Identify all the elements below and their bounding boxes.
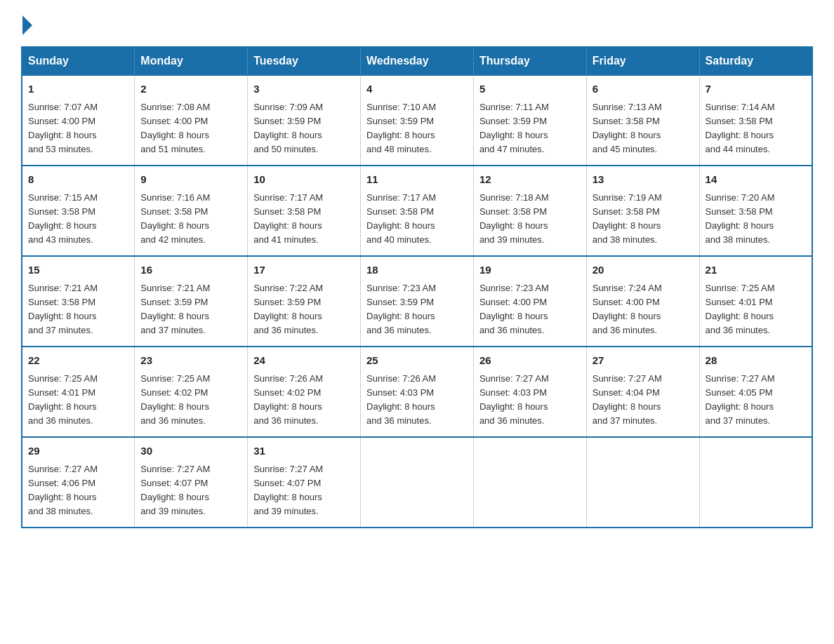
day-number: 19 xyxy=(479,262,581,279)
day-number: 27 xyxy=(593,353,694,369)
calendar-day-cell: 7 Sunrise: 7:14 AMSunset: 3:58 PMDayligh… xyxy=(699,75,812,166)
calendar-day-cell: 31 Sunrise: 7:27 AMSunset: 4:07 PMDaylig… xyxy=(248,437,361,528)
day-number: 22 xyxy=(28,353,128,369)
day-number: 15 xyxy=(28,262,128,279)
day-info: Sunrise: 7:27 AMSunset: 4:07 PMDaylight:… xyxy=(140,464,210,516)
calendar-day-cell xyxy=(473,437,586,528)
calendar-day-cell: 10 Sunrise: 7:17 AMSunset: 3:58 PMDaylig… xyxy=(248,166,361,256)
calendar-day-cell: 5 Sunrise: 7:11 AMSunset: 3:59 PMDayligh… xyxy=(473,75,586,166)
day-info: Sunrise: 7:08 AMSunset: 4:00 PMDaylight:… xyxy=(140,102,210,154)
day-info: Sunrise: 7:25 AMSunset: 4:02 PMDaylight:… xyxy=(140,373,210,426)
day-info: Sunrise: 7:27 AMSunset: 4:04 PMDaylight:… xyxy=(593,373,662,426)
day-number: 9 xyxy=(140,172,241,188)
day-info: Sunrise: 7:13 AMSunset: 3:58 PMDaylight:… xyxy=(593,102,662,154)
day-info: Sunrise: 7:23 AMSunset: 3:59 PMDaylight:… xyxy=(366,283,436,335)
calendar-week-row: 22 Sunrise: 7:25 AMSunset: 4:01 PMDaylig… xyxy=(22,347,812,437)
calendar-day-cell: 19 Sunrise: 7:23 AMSunset: 4:00 PMDaylig… xyxy=(473,256,586,347)
weekday-header: Tuesday xyxy=(248,47,361,75)
calendar-week-row: 29 Sunrise: 7:27 AMSunset: 4:06 PMDaylig… xyxy=(22,437,812,528)
calendar-day-cell: 17 Sunrise: 7:22 AMSunset: 3:59 PMDaylig… xyxy=(248,256,361,347)
calendar-day-cell: 13 Sunrise: 7:19 AMSunset: 3:58 PMDaylig… xyxy=(586,166,699,256)
day-number: 11 xyxy=(366,172,468,188)
day-info: Sunrise: 7:25 AMSunset: 4:01 PMDaylight:… xyxy=(706,283,775,335)
weekday-header: Friday xyxy=(586,47,699,75)
calendar-day-cell: 1 Sunrise: 7:07 AMSunset: 4:00 PMDayligh… xyxy=(22,75,135,166)
calendar-day-cell: 29 Sunrise: 7:27 AMSunset: 4:06 PMDaylig… xyxy=(22,437,135,528)
day-number: 7 xyxy=(706,81,806,98)
day-info: Sunrise: 7:27 AMSunset: 4:07 PMDaylight:… xyxy=(253,464,323,516)
day-info: Sunrise: 7:18 AMSunset: 3:58 PMDaylight:… xyxy=(479,192,549,245)
calendar-day-cell: 16 Sunrise: 7:21 AMSunset: 3:59 PMDaylig… xyxy=(135,256,248,347)
weekday-header: Sunday xyxy=(22,47,135,75)
day-number: 16 xyxy=(140,262,241,279)
day-info: Sunrise: 7:09 AMSunset: 3:59 PMDaylight:… xyxy=(253,102,323,154)
calendar-day-cell: 4 Sunrise: 7:10 AMSunset: 3:59 PMDayligh… xyxy=(361,75,474,166)
day-info: Sunrise: 7:07 AMSunset: 4:00 PMDaylight:… xyxy=(28,102,98,154)
logo-arrow-icon xyxy=(22,15,32,35)
calendar-day-cell: 24 Sunrise: 7:26 AMSunset: 4:02 PMDaylig… xyxy=(248,347,361,437)
day-info: Sunrise: 7:21 AMSunset: 3:59 PMDaylight:… xyxy=(140,283,210,335)
day-number: 18 xyxy=(366,262,468,279)
day-number: 2 xyxy=(140,81,241,98)
day-info: Sunrise: 7:14 AMSunset: 3:58 PMDaylight:… xyxy=(706,102,775,154)
day-info: Sunrise: 7:16 AMSunset: 3:58 PMDaylight:… xyxy=(140,192,210,245)
calendar-day-cell: 27 Sunrise: 7:27 AMSunset: 4:04 PMDaylig… xyxy=(586,347,699,437)
day-info: Sunrise: 7:27 AMSunset: 4:05 PMDaylight:… xyxy=(706,373,775,426)
weekday-header: Thursday xyxy=(473,47,586,75)
calendar-day-cell: 28 Sunrise: 7:27 AMSunset: 4:05 PMDaylig… xyxy=(699,347,812,437)
day-number: 4 xyxy=(366,81,468,98)
calendar-week-row: 8 Sunrise: 7:15 AMSunset: 3:58 PMDayligh… xyxy=(22,166,812,256)
day-info: Sunrise: 7:15 AMSunset: 3:58 PMDaylight:… xyxy=(28,192,98,245)
calendar-day-cell xyxy=(699,437,812,528)
calendar-day-cell: 14 Sunrise: 7:20 AMSunset: 3:58 PMDaylig… xyxy=(699,166,812,256)
weekday-header: Monday xyxy=(135,47,248,75)
weekday-header: Saturday xyxy=(699,47,812,75)
calendar-day-cell: 23 Sunrise: 7:25 AMSunset: 4:02 PMDaylig… xyxy=(135,347,248,437)
day-info: Sunrise: 7:20 AMSunset: 3:58 PMDaylight:… xyxy=(706,192,775,245)
day-info: Sunrise: 7:17 AMSunset: 3:58 PMDaylight:… xyxy=(253,192,323,245)
day-info: Sunrise: 7:11 AMSunset: 3:59 PMDaylight:… xyxy=(479,102,549,154)
day-number: 20 xyxy=(593,262,694,279)
calendar-table: SundayMondayTuesdayWednesdayThursdayFrid… xyxy=(21,46,813,528)
calendar-day-cell: 15 Sunrise: 7:21 AMSunset: 3:58 PMDaylig… xyxy=(22,256,135,347)
day-number: 5 xyxy=(479,81,581,98)
day-number: 29 xyxy=(28,443,128,459)
day-info: Sunrise: 7:21 AMSunset: 3:58 PMDaylight:… xyxy=(28,283,98,335)
day-info: Sunrise: 7:27 AMSunset: 4:03 PMDaylight:… xyxy=(479,373,549,426)
calendar-day-cell: 2 Sunrise: 7:08 AMSunset: 4:00 PMDayligh… xyxy=(135,75,248,166)
day-number: 1 xyxy=(28,81,128,98)
day-number: 3 xyxy=(253,81,355,98)
day-number: 30 xyxy=(140,443,241,459)
day-number: 8 xyxy=(28,172,128,188)
day-number: 13 xyxy=(593,172,694,188)
day-info: Sunrise: 7:19 AMSunset: 3:58 PMDaylight:… xyxy=(593,192,662,245)
calendar-day-cell: 22 Sunrise: 7:25 AMSunset: 4:01 PMDaylig… xyxy=(22,347,135,437)
calendar-day-cell: 3 Sunrise: 7:09 AMSunset: 3:59 PMDayligh… xyxy=(248,75,361,166)
day-number: 23 xyxy=(140,353,241,369)
day-number: 25 xyxy=(366,353,468,369)
day-info: Sunrise: 7:23 AMSunset: 4:00 PMDaylight:… xyxy=(479,283,549,335)
day-info: Sunrise: 7:24 AMSunset: 4:00 PMDaylight:… xyxy=(593,283,662,335)
day-number: 26 xyxy=(479,353,581,369)
day-number: 17 xyxy=(253,262,355,279)
day-number: 21 xyxy=(706,262,806,279)
calendar-week-row: 15 Sunrise: 7:21 AMSunset: 3:58 PMDaylig… xyxy=(22,256,812,347)
weekday-header: Wednesday xyxy=(361,47,474,75)
logo xyxy=(21,14,34,32)
day-number: 10 xyxy=(253,172,355,188)
calendar-day-cell: 20 Sunrise: 7:24 AMSunset: 4:00 PMDaylig… xyxy=(586,256,699,347)
calendar-day-cell xyxy=(586,437,699,528)
day-info: Sunrise: 7:10 AMSunset: 3:59 PMDaylight:… xyxy=(366,102,436,154)
calendar-day-cell xyxy=(361,437,474,528)
day-number: 28 xyxy=(706,353,806,369)
day-number: 14 xyxy=(706,172,806,188)
calendar-day-cell: 12 Sunrise: 7:18 AMSunset: 3:58 PMDaylig… xyxy=(473,166,586,256)
calendar-day-cell: 26 Sunrise: 7:27 AMSunset: 4:03 PMDaylig… xyxy=(473,347,586,437)
day-info: Sunrise: 7:17 AMSunset: 3:58 PMDaylight:… xyxy=(366,192,436,245)
calendar-day-cell: 9 Sunrise: 7:16 AMSunset: 3:58 PMDayligh… xyxy=(135,166,248,256)
day-info: Sunrise: 7:26 AMSunset: 4:03 PMDaylight:… xyxy=(366,373,436,426)
day-info: Sunrise: 7:22 AMSunset: 3:59 PMDaylight:… xyxy=(253,283,323,335)
calendar-day-cell: 6 Sunrise: 7:13 AMSunset: 3:58 PMDayligh… xyxy=(586,75,699,166)
page-header xyxy=(21,14,813,32)
calendar-week-row: 1 Sunrise: 7:07 AMSunset: 4:00 PMDayligh… xyxy=(22,75,812,166)
